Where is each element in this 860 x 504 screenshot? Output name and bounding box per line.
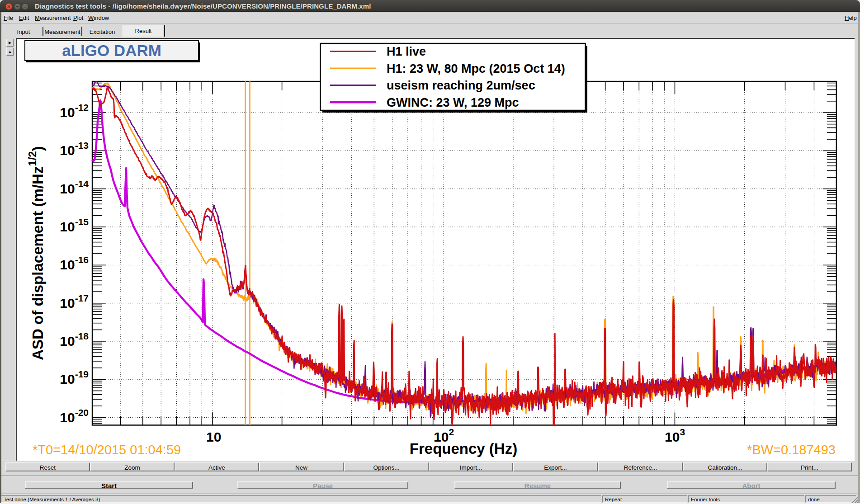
- svg-text:*BW=0.187493: *BW=0.187493: [747, 443, 836, 457]
- svg-text:GWINC: 23 W, 129 Mpc: GWINC: 23 W, 129 Mpc: [387, 96, 519, 109]
- svg-text:ASD of displacement (m/Hz1/2): ASD of displacement (m/Hz1/2): [26, 146, 46, 360]
- svg-text:H1: 23 W, 80 Mpc (2015 Oct 14): H1: 23 W, 80 Mpc (2015 Oct 14): [387, 62, 565, 75]
- svg-text:10-14: 10-14: [60, 179, 89, 196]
- svg-text:aLIGO DARM: aLIGO DARM: [62, 42, 161, 59]
- svg-text:10-20: 10-20: [60, 407, 89, 425]
- svg-text:10: 10: [206, 429, 221, 444]
- svg-text:10-17: 10-17: [60, 293, 89, 311]
- svg-text:Frequency (Hz): Frequency (Hz): [410, 440, 517, 457]
- svg-text:10-12: 10-12: [60, 102, 89, 120]
- svg-text:*T0=14/10/2015 01:04:59: *T0=14/10/2015 01:04:59: [33, 443, 181, 457]
- svg-text:10-18: 10-18: [60, 331, 89, 349]
- svg-text:10-15: 10-15: [60, 217, 89, 234]
- svg-text:10-19: 10-19: [60, 369, 89, 386]
- svg-text:103: 103: [665, 427, 685, 444]
- svg-text:10-16: 10-16: [60, 254, 89, 272]
- svg-text:H1 live: H1 live: [387, 45, 426, 58]
- svg-text:useism reaching 2um/sec: useism reaching 2um/sec: [387, 79, 535, 92]
- svg-text:10-13: 10-13: [60, 140, 89, 158]
